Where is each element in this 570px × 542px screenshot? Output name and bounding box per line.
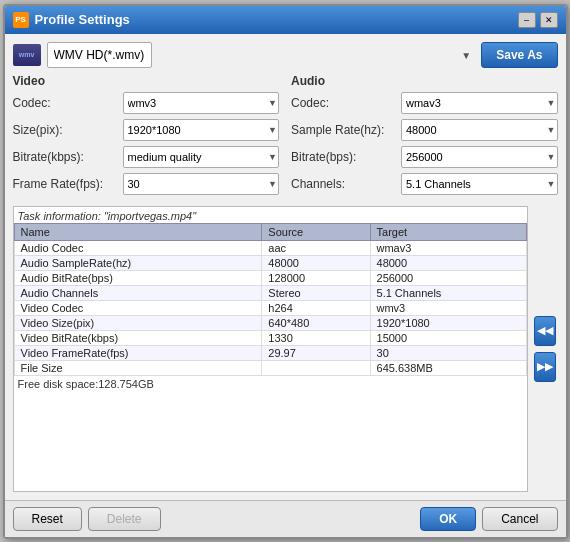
col-source: Source — [262, 223, 370, 240]
window-content: wmv WMV HD(*.wmv) ▼ Save As Video Codec:… — [5, 34, 566, 500]
table-row: Video Size(pix)640*4801920*1080 — [14, 315, 526, 330]
window-title: Profile Settings — [35, 12, 512, 27]
bottom-right: OK Cancel — [420, 507, 557, 531]
window-icon: PS — [13, 12, 29, 28]
close-button[interactable]: ✕ — [540, 12, 558, 28]
table-row: Audio SampleRate(hz)4800048000 — [14, 255, 526, 270]
video-panel-title: Video — [13, 74, 280, 88]
audio-codec-wrapper: wmav3 ▼ — [401, 92, 558, 114]
cell-name: Audio SampleRate(hz) — [14, 255, 262, 270]
audio-channels-select[interactable]: 5.1 Channels — [401, 173, 558, 195]
cell-source: 640*480 — [262, 315, 370, 330]
audio-samplerate-label: Sample Rate(hz): — [291, 123, 401, 137]
nav-forward-button[interactable]: ▶▶ — [534, 352, 556, 382]
video-codec-row: Codec: wmv3 ▼ — [13, 92, 280, 114]
bottom-left: Reset Delete — [13, 507, 161, 531]
delete-button[interactable]: Delete — [88, 507, 161, 531]
video-size-wrapper: 1920*1080 ▼ — [123, 119, 280, 141]
cancel-button[interactable]: Cancel — [482, 507, 557, 531]
cell-name: Video Size(pix) — [14, 315, 262, 330]
cell-target: wmv3 — [370, 300, 526, 315]
cell-target: 1920*1080 — [370, 315, 526, 330]
audio-channels-label: Channels: — [291, 177, 401, 191]
audio-panel: Audio Codec: wmav3 ▼ Sample Rate(hz): 48… — [291, 74, 558, 200]
cell-name: Video FrameRate(fps) — [14, 345, 262, 360]
audio-panel-title: Audio — [291, 74, 558, 88]
video-framerate-select[interactable]: 30 — [123, 173, 280, 195]
audio-codec-label: Codec: — [291, 96, 401, 110]
cell-name: Audio Codec — [14, 240, 262, 255]
format-select-arrow: ▼ — [461, 49, 471, 60]
table-header-row: Name Source Target — [14, 223, 526, 240]
save-as-button[interactable]: Save As — [481, 42, 557, 68]
format-select-wrapper: WMV HD(*.wmv) ▼ — [47, 42, 476, 68]
reset-button[interactable]: Reset — [13, 507, 82, 531]
table-row: Video BitRate(kbps)133015000 — [14, 330, 526, 345]
video-codec-select[interactable]: wmv3 — [123, 92, 280, 114]
video-framerate-wrapper: 30 ▼ — [123, 173, 280, 195]
format-select[interactable]: WMV HD(*.wmv) — [47, 42, 152, 68]
format-row: wmv WMV HD(*.wmv) ▼ Save As — [13, 42, 558, 68]
cell-source — [262, 360, 370, 375]
video-panel: Video Codec: wmv3 ▼ Size(pix): 1920*1080 — [13, 74, 280, 200]
main-area: Task information: "importvegas.mp4" Name… — [13, 206, 558, 492]
video-size-row: Size(pix): 1920*1080 ▼ — [13, 119, 280, 141]
cell-source: Stereo — [262, 285, 370, 300]
table-row: Video FrameRate(fps)29.9730 — [14, 345, 526, 360]
minimize-button[interactable]: – — [518, 12, 536, 28]
cell-source: h264 — [262, 300, 370, 315]
audio-codec-select[interactable]: wmav3 — [401, 92, 558, 114]
audio-channels-wrapper: 5.1 Channels ▼ — [401, 173, 558, 195]
audio-samplerate-select[interactable]: 48000 — [401, 119, 558, 141]
cell-source: 1330 — [262, 330, 370, 345]
nav-buttons: ◀◀ ▶▶ — [532, 206, 558, 492]
video-size-select[interactable]: 1920*1080 — [123, 119, 280, 141]
cell-target: 15000 — [370, 330, 526, 345]
title-bar: PS Profile Settings – ✕ — [5, 6, 566, 34]
table-row: File Size645.638MB — [14, 360, 526, 375]
cell-source: 48000 — [262, 255, 370, 270]
video-framerate-label: Frame Rate(fps): — [13, 177, 123, 191]
cell-source: 128000 — [262, 270, 370, 285]
cell-source: aac — [262, 240, 370, 255]
video-bitrate-wrapper: medium quality ▼ — [123, 146, 280, 168]
cell-target: 30 — [370, 345, 526, 360]
table-row: Audio BitRate(bps)128000256000 — [14, 270, 526, 285]
cell-target: 645.638MB — [370, 360, 526, 375]
task-table: Name Source Target Audio Codecaacwmav3Au… — [14, 223, 527, 376]
nav-back-button[interactable]: ◀◀ — [534, 316, 556, 346]
cell-target: 48000 — [370, 255, 526, 270]
format-icon: wmv — [13, 44, 41, 66]
audio-samplerate-row: Sample Rate(hz): 48000 ▼ — [291, 119, 558, 141]
disk-space: Free disk space:128.754GB — [14, 376, 527, 392]
video-bitrate-label: Bitrate(kbps): — [13, 150, 123, 164]
audio-bitrate-row: Bitrate(bps): 256000 ▼ — [291, 146, 558, 168]
table-row: Video Codech264wmv3 — [14, 300, 526, 315]
audio-samplerate-wrapper: 48000 ▼ — [401, 119, 558, 141]
cell-name: Video BitRate(kbps) — [14, 330, 262, 345]
cell-name: Video Codec — [14, 300, 262, 315]
table-row: Audio ChannelsStereo5.1 Channels — [14, 285, 526, 300]
cell-target: 256000 — [370, 270, 526, 285]
cell-target: wmav3 — [370, 240, 526, 255]
task-label: Task information: "importvegas.mp4" — [14, 207, 527, 223]
video-framerate-row: Frame Rate(fps): 30 ▼ — [13, 173, 280, 195]
audio-bitrate-select[interactable]: 256000 — [401, 146, 558, 168]
task-info: Task information: "importvegas.mp4" Name… — [13, 206, 528, 492]
video-size-label: Size(pix): — [13, 123, 123, 137]
col-name: Name — [14, 223, 262, 240]
audio-channels-row: Channels: 5.1 Channels ▼ — [291, 173, 558, 195]
col-target: Target — [370, 223, 526, 240]
video-codec-wrapper: wmv3 ▼ — [123, 92, 280, 114]
audio-bitrate-wrapper: 256000 ▼ — [401, 146, 558, 168]
ok-button[interactable]: OK — [420, 507, 476, 531]
profile-settings-window: PS Profile Settings – ✕ wmv WMV HD(*.wmv… — [3, 4, 568, 539]
video-bitrate-select[interactable]: medium quality — [123, 146, 280, 168]
bottom-bar: Reset Delete OK Cancel — [5, 500, 566, 537]
title-controls: – ✕ — [518, 12, 558, 28]
table-row: Audio Codecaacwmav3 — [14, 240, 526, 255]
video-codec-label: Codec: — [13, 96, 123, 110]
panels-row: Video Codec: wmv3 ▼ Size(pix): 1920*1080 — [13, 74, 558, 200]
audio-bitrate-label: Bitrate(bps): — [291, 150, 401, 164]
cell-name: File Size — [14, 360, 262, 375]
